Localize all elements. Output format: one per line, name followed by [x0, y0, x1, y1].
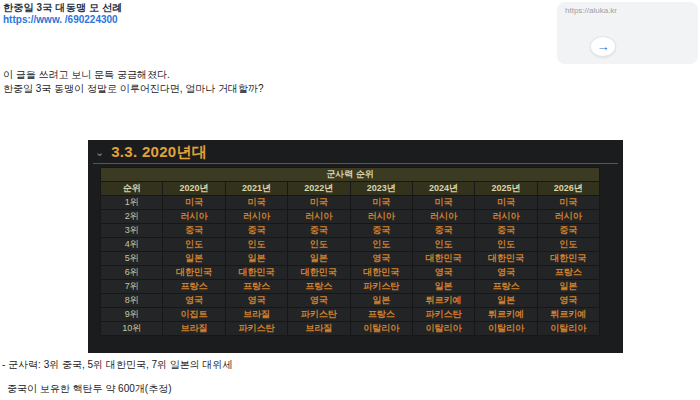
country-cell: 프랑스: [475, 280, 537, 294]
table-row: 10위브라질파키스탄브라질이탈리아이탈리아이탈리아이탈리아: [101, 322, 600, 336]
country-cell: 프랑스: [350, 308, 412, 322]
year-header-cell: 2022년: [288, 182, 350, 196]
table-row: 3위중국중국중국중국중국중국중국: [101, 224, 600, 238]
country-cell: 미국: [288, 196, 350, 210]
year-header-cell: 2025년: [475, 182, 537, 196]
country-cell: 프랑스: [288, 280, 350, 294]
footnote-nuclear-warheads: 중국이 보유한 핵탄두 약 600개(추정): [7, 382, 171, 396]
country-cell: 미국: [412, 196, 474, 210]
country-cell: 미국: [350, 196, 412, 210]
country-cell: 이탈리아: [350, 322, 412, 336]
arrow-right-icon: →: [597, 40, 610, 53]
country-cell: 파키스탄: [225, 322, 287, 336]
country-cell: 일본: [350, 294, 412, 308]
country-cell: 튀르키예: [412, 294, 474, 308]
country-cell: 중국: [288, 224, 350, 238]
country-cell: 파키스탄: [288, 308, 350, 322]
country-cell: 일본: [412, 280, 474, 294]
footnote-military-summary: - 군사력: 3위 중국, 5위 대한민국, 7위 일본의 대위세: [2, 358, 233, 372]
rank-cell: 10위: [101, 322, 163, 336]
country-cell: 대한민국: [350, 266, 412, 280]
post-body-line-2: 한중일 3국 동맹이 정말로 이루어진다면, 얼마나 거대할까?: [3, 82, 264, 96]
country-cell: 대한민국: [537, 252, 599, 266]
country-cell: 인도: [288, 238, 350, 252]
country-cell: 대한민국: [225, 266, 287, 280]
country-cell: 미국: [225, 196, 287, 210]
country-cell: 일본: [537, 280, 599, 294]
country-cell: 튀르키예: [537, 308, 599, 322]
rank-cell: 8위: [101, 294, 163, 308]
year-header-cell: 2021년: [225, 182, 287, 196]
country-cell: 미국: [475, 196, 537, 210]
country-cell: 일본: [225, 252, 287, 266]
country-cell: 대한민국: [288, 266, 350, 280]
country-cell: 대한민국: [163, 266, 225, 280]
year-header-cell: 2024년: [412, 182, 474, 196]
country-cell: 러시아: [350, 210, 412, 224]
link-card-url: https://aluka.kr: [565, 6, 617, 15]
country-cell: 프랑스: [225, 280, 287, 294]
table-caption-row: 군사력 순위: [101, 168, 600, 182]
year-header-cell: 2023년: [350, 182, 412, 196]
table-caption: 군사력 순위: [101, 168, 600, 182]
rank-cell: 5위: [101, 252, 163, 266]
country-cell: 이탈리아: [475, 322, 537, 336]
year-header-cell: 2020년: [163, 182, 225, 196]
rank-cell: 7위: [101, 280, 163, 294]
country-cell: 브라질: [163, 322, 225, 336]
country-cell: 인도: [475, 238, 537, 252]
country-cell: 중국: [412, 224, 474, 238]
country-cell: 인도: [163, 238, 225, 252]
year-header-cell: 2026년: [537, 182, 599, 196]
country-cell: 미국: [537, 196, 599, 210]
wiki-capture-image: ⌄ 3.3. 2020년대 군사력 순위순위2020년2021년2022년202…: [88, 140, 623, 353]
country-cell: 러시아: [225, 210, 287, 224]
country-cell: 이탈리아: [412, 322, 474, 336]
country-cell: 일본: [163, 252, 225, 266]
rank-cell: 4위: [101, 238, 163, 252]
rank-cell: 2위: [101, 210, 163, 224]
country-cell: 인도: [225, 238, 287, 252]
section-divider: [93, 163, 618, 164]
open-link-button[interactable]: →: [590, 36, 616, 57]
country-cell: 중국: [163, 224, 225, 238]
country-cell: 러시아: [288, 210, 350, 224]
country-cell: 영국: [350, 252, 412, 266]
country-cell: 일본: [475, 294, 537, 308]
table-row: 8위영국영국영국일본튀르키예일본영국: [101, 294, 600, 308]
country-cell: 파키스탄: [350, 280, 412, 294]
source-link[interactable]: https://www. /690224300: [3, 14, 118, 25]
country-cell: 러시아: [537, 210, 599, 224]
table-row: 4위인도인도인도인도인도인도인도: [101, 238, 600, 252]
post-body: 이 글을 쓰려고 보니 문득 궁금해졌다. 한중일 3국 동맹이 정말로 이루어…: [3, 68, 264, 96]
table-row: 9위이집트브라질파키스탄프랑스파키스탄튀르키예튀르키예: [101, 308, 600, 322]
rank-cell: 6위: [101, 266, 163, 280]
table-row: 1위미국미국미국미국미국미국미국: [101, 196, 600, 210]
country-cell: 이탈리아: [537, 322, 599, 336]
rank-header-cell: 순위: [101, 182, 163, 196]
section-heading: ⌄ 3.3. 2020년대: [95, 143, 207, 161]
country-cell: 러시아: [412, 210, 474, 224]
table-row: 5위일본일본일본영국대한민국대한민국대한민국: [101, 252, 600, 266]
country-cell: 인도: [350, 238, 412, 252]
country-cell: 파키스탄: [412, 308, 474, 322]
post-title: 한중일 3국 대동맹 모 선례: [3, 1, 123, 15]
country-cell: 영국: [475, 266, 537, 280]
country-cell: 러시아: [163, 210, 225, 224]
country-cell: 튀르키예: [475, 308, 537, 322]
post-body-line-1: 이 글을 쓰려고 보니 문득 궁금해졌다.: [3, 68, 264, 82]
table-row: 7위프랑스프랑스프랑스파키스탄일본프랑스일본: [101, 280, 600, 294]
country-cell: 대한민국: [475, 252, 537, 266]
table-row: 6위대한민국대한민국대한민국대한민국영국영국프랑스: [101, 266, 600, 280]
country-cell: 인도: [412, 238, 474, 252]
country-cell: 프랑스: [163, 280, 225, 294]
country-cell: 영국: [412, 266, 474, 280]
country-cell: 중국: [475, 224, 537, 238]
rank-cell: 9위: [101, 308, 163, 322]
table-header-row: 순위2020년2021년2022년2023년2024년2025년2026년: [101, 182, 600, 196]
country-cell: 러시아: [475, 210, 537, 224]
rank-cell: 3위: [101, 224, 163, 238]
table-row: 2위러시아러시아러시아러시아러시아러시아러시아: [101, 210, 600, 224]
country-cell: 중국: [350, 224, 412, 238]
rank-cell: 1위: [101, 196, 163, 210]
